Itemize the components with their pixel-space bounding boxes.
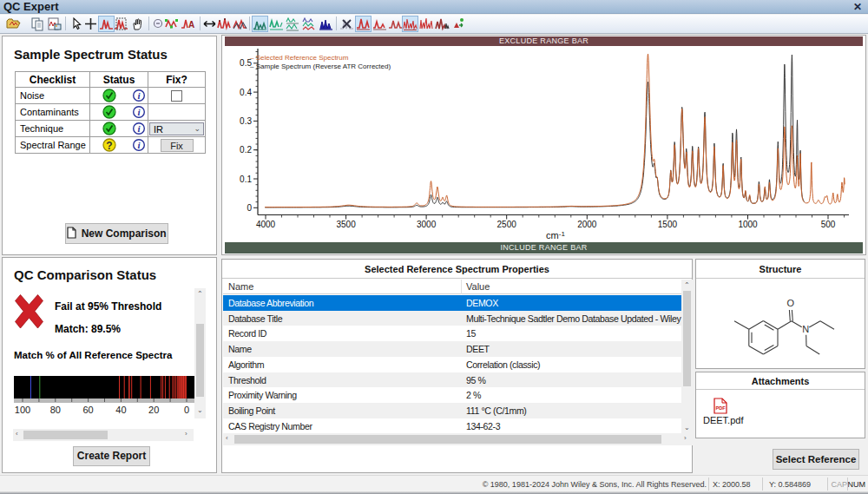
- svg-text:100: 100: [15, 405, 30, 415]
- svg-text:0: 0: [247, 203, 252, 213]
- svg-text:1500: 1500: [658, 220, 678, 229]
- svg-text:0.2: 0.2: [240, 145, 252, 155]
- svg-text:– Sample Spectrum (Reverse ATR: – Sample Spectrum (Reverse ATR Corrected…: [250, 63, 391, 70]
- svg-text:O: O: [787, 298, 795, 308]
- svg-text:0.3: 0.3: [240, 116, 252, 126]
- svg-text:0: 0: [184, 405, 189, 415]
- svg-text:4000: 4000: [256, 220, 276, 229]
- svg-text:80: 80: [50, 405, 61, 415]
- svg-text:A: A: [188, 20, 194, 30]
- svg-text:N: N: [802, 324, 809, 334]
- svg-text:0.4: 0.4: [240, 88, 252, 97]
- svg-text:3000: 3000: [417, 220, 437, 229]
- svg-text:?: ?: [106, 140, 112, 152]
- svg-text:cm-1: cm-1: [546, 230, 565, 240]
- svg-text:40: 40: [115, 405, 126, 415]
- svg-text:0.1: 0.1: [240, 175, 252, 184]
- svg-text:3500: 3500: [336, 220, 356, 229]
- svg-text:– Selected Reference Spectrum: – Selected Reference Spectrum: [250, 54, 349, 62]
- svg-text:1000: 1000: [738, 220, 758, 229]
- svg-text:2000: 2000: [577, 220, 597, 229]
- svg-text:PDF: PDF: [716, 405, 727, 411]
- svg-text:20: 20: [148, 405, 159, 415]
- svg-text:500: 500: [821, 220, 836, 229]
- svg-text:2500: 2500: [497, 220, 517, 229]
- svg-text:60: 60: [82, 405, 93, 415]
